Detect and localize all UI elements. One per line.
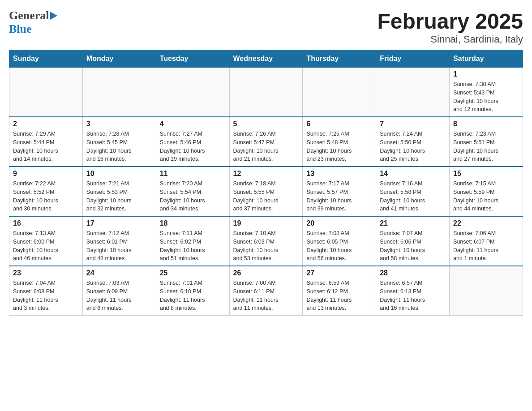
- day-info: Sunrise: 7:26 AMSunset: 5:47 PMDaylight:…: [233, 130, 299, 163]
- day-info: Sunrise: 7:13 AMSunset: 6:00 PMDaylight:…: [13, 229, 79, 263]
- calendar-cell: 8Sunrise: 7:23 AMSunset: 5:51 PMDaylight…: [450, 117, 523, 167]
- calendar-cell: 4Sunrise: 7:27 AMSunset: 5:46 PMDaylight…: [156, 117, 229, 167]
- day-number: 19: [233, 219, 299, 227]
- day-info: Sunrise: 7:24 AMSunset: 5:50 PMDaylight:…: [380, 130, 446, 163]
- calendar-cell: 26Sunrise: 7:00 AMSunset: 6:11 PMDayligh…: [229, 266, 303, 316]
- day-number: 16: [13, 219, 79, 227]
- calendar-cell: 7Sunrise: 7:24 AMSunset: 5:50 PMDaylight…: [376, 117, 450, 167]
- days-header-row: SundayMondayTuesdayWednesdayThursdayFrid…: [9, 50, 523, 68]
- calendar-cell: 21Sunrise: 7:07 AMSunset: 6:06 PMDayligh…: [376, 216, 450, 266]
- day-number: 11: [160, 170, 226, 178]
- calendar-cell: 25Sunrise: 7:01 AMSunset: 6:10 PMDayligh…: [156, 266, 229, 316]
- day-info: Sunrise: 6:59 AMSunset: 6:12 PMDaylight:…: [306, 279, 372, 313]
- calendar-cell: 16Sunrise: 7:13 AMSunset: 6:00 PMDayligh…: [9, 216, 83, 266]
- calendar-cell: [450, 266, 523, 316]
- day-number: 26: [233, 269, 299, 277]
- day-number: 20: [306, 219, 372, 227]
- day-number: 4: [160, 120, 226, 128]
- day-number: 17: [86, 219, 152, 227]
- logo: General Blue: [9, 9, 57, 36]
- calendar-cell: 1Sunrise: 7:30 AMSunset: 5:43 PMDaylight…: [450, 68, 523, 117]
- logo-general-text: General: [9, 9, 49, 22]
- calendar-cell: [303, 68, 376, 117]
- logo-blue-text: Blue: [9, 22, 32, 36]
- day-number: 18: [160, 219, 226, 227]
- day-number: 1: [453, 70, 519, 78]
- week-row-3: 9Sunrise: 7:22 AMSunset: 5:52 PMDaylight…: [9, 167, 523, 216]
- day-info: Sunrise: 7:01 AMSunset: 6:10 PMDaylight:…: [160, 279, 226, 313]
- day-header-tuesday: Tuesday: [156, 50, 229, 68]
- calendar-cell: 3Sunrise: 7:28 AMSunset: 5:45 PMDaylight…: [82, 117, 156, 167]
- calendar-cell: 2Sunrise: 7:29 AMSunset: 5:44 PMDaylight…: [9, 117, 83, 167]
- day-header-sunday: Sunday: [9, 50, 83, 68]
- calendar-cell: 15Sunrise: 7:15 AMSunset: 5:59 PMDayligh…: [450, 167, 523, 216]
- calendar-cell: 24Sunrise: 7:03 AMSunset: 6:09 PMDayligh…: [82, 266, 156, 316]
- day-number: 15: [453, 170, 519, 178]
- calendar-cell: 9Sunrise: 7:22 AMSunset: 5:52 PMDaylight…: [9, 167, 83, 216]
- week-row-2: 2Sunrise: 7:29 AMSunset: 5:44 PMDaylight…: [9, 117, 523, 167]
- day-number: 27: [306, 269, 372, 277]
- day-info: Sunrise: 7:29 AMSunset: 5:44 PMDaylight:…: [13, 130, 79, 163]
- day-header-thursday: Thursday: [303, 50, 376, 68]
- day-number: 24: [86, 269, 152, 277]
- day-info: Sunrise: 7:27 AMSunset: 5:46 PMDaylight:…: [160, 130, 226, 163]
- day-info: Sunrise: 7:25 AMSunset: 5:48 PMDaylight:…: [306, 130, 372, 163]
- calendar-cell: [82, 68, 156, 117]
- day-info: Sunrise: 7:20 AMSunset: 5:54 PMDaylight:…: [160, 180, 226, 213]
- day-info: Sunrise: 7:30 AMSunset: 5:43 PMDaylight:…: [453, 80, 519, 114]
- day-info: Sunrise: 6:57 AMSunset: 6:13 PMDaylight:…: [380, 279, 446, 313]
- calendar-cell: 18Sunrise: 7:11 AMSunset: 6:02 PMDayligh…: [156, 216, 229, 266]
- day-number: 10: [86, 170, 152, 178]
- day-info: Sunrise: 7:16 AMSunset: 5:58 PMDaylight:…: [380, 180, 446, 213]
- day-number: 13: [306, 170, 372, 178]
- week-row-4: 16Sunrise: 7:13 AMSunset: 6:00 PMDayligh…: [9, 216, 523, 266]
- day-number: 22: [453, 219, 519, 227]
- day-header-friday: Friday: [376, 50, 450, 68]
- calendar-cell: 19Sunrise: 7:10 AMSunset: 6:03 PMDayligh…: [229, 216, 303, 266]
- logo-arrow-icon: [50, 12, 57, 20]
- day-header-wednesday: Wednesday: [229, 50, 303, 68]
- day-info: Sunrise: 7:04 AMSunset: 6:08 PMDaylight:…: [13, 279, 79, 313]
- calendar-cell: 13Sunrise: 7:17 AMSunset: 5:57 PMDayligh…: [303, 167, 376, 216]
- day-header-saturday: Saturday: [450, 50, 523, 68]
- day-number: 6: [306, 120, 372, 128]
- calendar-cell: 14Sunrise: 7:16 AMSunset: 5:58 PMDayligh…: [376, 167, 450, 216]
- day-number: 14: [380, 170, 446, 178]
- calendar-cell: 20Sunrise: 7:08 AMSunset: 6:05 PMDayligh…: [303, 216, 376, 266]
- calendar-cell: [9, 68, 83, 117]
- day-number: 21: [380, 219, 446, 227]
- month-title: February 2025: [377, 9, 523, 34]
- calendar-cell: 10Sunrise: 7:21 AMSunset: 5:53 PMDayligh…: [82, 167, 156, 216]
- day-info: Sunrise: 7:11 AMSunset: 6:02 PMDaylight:…: [160, 229, 226, 263]
- calendar-table: SundayMondayTuesdayWednesdayThursdayFrid…: [9, 50, 523, 316]
- calendar-cell: 5Sunrise: 7:26 AMSunset: 5:47 PMDaylight…: [229, 117, 303, 167]
- day-info: Sunrise: 7:17 AMSunset: 5:57 PMDaylight:…: [306, 180, 372, 213]
- day-info: Sunrise: 7:08 AMSunset: 6:05 PMDaylight:…: [306, 229, 372, 263]
- day-number: 5: [233, 120, 299, 128]
- calendar-cell: 11Sunrise: 7:20 AMSunset: 5:54 PMDayligh…: [156, 167, 229, 216]
- day-number: 7: [380, 120, 446, 128]
- day-number: 28: [380, 269, 446, 277]
- day-number: 23: [13, 269, 79, 277]
- day-info: Sunrise: 7:00 AMSunset: 6:11 PMDaylight:…: [233, 279, 299, 313]
- day-header-monday: Monday: [82, 50, 156, 68]
- day-info: Sunrise: 7:10 AMSunset: 6:03 PMDaylight:…: [233, 229, 299, 263]
- calendar-cell: 17Sunrise: 7:12 AMSunset: 6:01 PMDayligh…: [82, 216, 156, 266]
- calendar-cell: [156, 68, 229, 117]
- day-info: Sunrise: 7:12 AMSunset: 6:01 PMDaylight:…: [86, 229, 152, 263]
- calendar-cell: 23Sunrise: 7:04 AMSunset: 6:08 PMDayligh…: [9, 266, 83, 316]
- day-info: Sunrise: 7:03 AMSunset: 6:09 PMDaylight:…: [86, 279, 152, 313]
- day-info: Sunrise: 7:06 AMSunset: 6:07 PMDaylight:…: [453, 229, 519, 263]
- day-number: 2: [13, 120, 79, 128]
- day-info: Sunrise: 7:07 AMSunset: 6:06 PMDaylight:…: [380, 229, 446, 263]
- calendar-cell: [229, 68, 303, 117]
- day-info: Sunrise: 7:28 AMSunset: 5:45 PMDaylight:…: [86, 130, 152, 163]
- page-header: General Blue February 2025 Sinnai, Sardi…: [9, 9, 523, 45]
- calendar-cell: 28Sunrise: 6:57 AMSunset: 6:13 PMDayligh…: [376, 266, 450, 316]
- calendar-cell: 12Sunrise: 7:18 AMSunset: 5:55 PMDayligh…: [229, 167, 303, 216]
- week-row-1: 1Sunrise: 7:30 AMSunset: 5:43 PMDaylight…: [9, 68, 523, 117]
- day-number: 8: [453, 120, 519, 128]
- day-info: Sunrise: 7:21 AMSunset: 5:53 PMDaylight:…: [86, 180, 152, 213]
- day-info: Sunrise: 7:23 AMSunset: 5:51 PMDaylight:…: [453, 130, 519, 163]
- day-number: 3: [86, 120, 152, 128]
